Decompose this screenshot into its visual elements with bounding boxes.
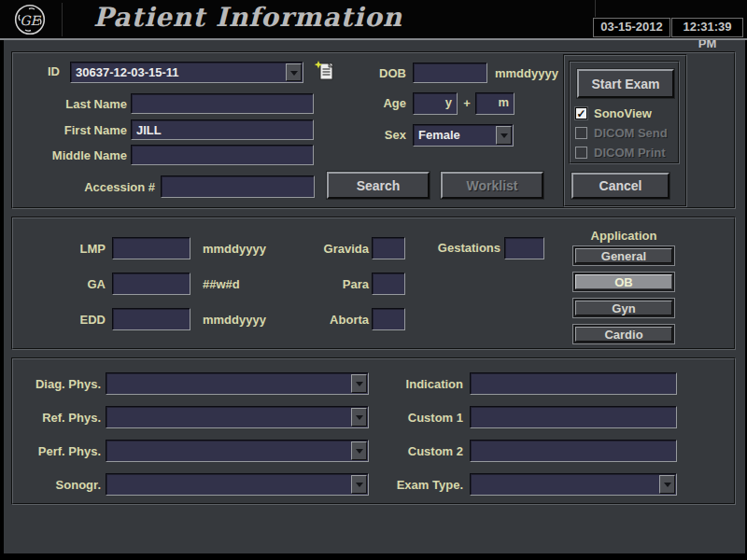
- age-years-field[interactable]: y: [413, 92, 458, 115]
- section-ob-data: LMP mmddyyyy GA ##w#d EDD mmddyyyy Gravi…: [11, 217, 736, 350]
- age-plus-sign: +: [461, 95, 472, 112]
- edd-label: EDD: [41, 312, 106, 329]
- worklist-button[interactable]: Worklist: [441, 172, 543, 199]
- dicom-send-checkbox-row: DICOM Send: [575, 126, 673, 141]
- perf-phys-label: Perf. Phys.: [19, 443, 101, 460]
- edd-input[interactable]: [112, 308, 190, 330]
- first-name-input[interactable]: [131, 119, 314, 140]
- chevron-down-icon[interactable]: [351, 408, 367, 427]
- sex-combobox[interactable]: Female: [413, 124, 514, 147]
- new-patient-icon[interactable]: [315, 60, 335, 81]
- patient-id-combobox[interactable]: 30637-12-03-15-11: [70, 62, 303, 83]
- titlebar-divider-right: [595, 0, 596, 17]
- accession-input[interactable]: [161, 175, 315, 198]
- exam-controls-panel: Start Exam ✓ SonoView DICOM Send DICOM P…: [563, 54, 687, 207]
- last-name-input[interactable]: [131, 93, 314, 114]
- sonogr-combobox[interactable]: [106, 473, 369, 496]
- dicom-print-checkbox-row: DICOM Print: [575, 146, 673, 161]
- cardio-button-label: Cardio: [575, 327, 672, 342]
- application-button-cardio[interactable]: Cardio: [572, 324, 675, 344]
- chevron-down-icon[interactable]: [286, 63, 302, 81]
- custom1-label: Custom 1: [383, 410, 463, 427]
- checkbox-unchecked-icon[interactable]: [575, 127, 587, 139]
- application-button-general[interactable]: General: [572, 245, 675, 266]
- age-years-unit: y: [445, 95, 452, 109]
- patient-information-screen: GE Patient Information 03-15-2012 12:31:…: [0, 0, 747, 560]
- svg-text:GE: GE: [20, 13, 41, 28]
- date-display: 03-15-2012: [593, 18, 670, 37]
- cancel-button[interactable]: Cancel: [571, 173, 669, 199]
- dob-label: DOB: [374, 65, 406, 82]
- gravida-label: Gravida: [299, 241, 369, 258]
- ga-input[interactable]: [112, 273, 190, 295]
- ga-format-hint: ##w#d: [203, 276, 240, 293]
- application-button-ob[interactable]: OB: [572, 272, 675, 292]
- sonogr-label: Sonogr.: [19, 477, 101, 494]
- time-display: 12:31:39 PM: [671, 18, 743, 37]
- application-label: Application: [572, 228, 675, 245]
- para-label: Para: [299, 276, 369, 293]
- ga-label: GA: [41, 276, 106, 293]
- titlebar-separator: [0, 38, 747, 40]
- dicom-send-label: DICOM Send: [594, 126, 668, 140]
- lmp-input[interactable]: [112, 237, 190, 259]
- middle-name-input[interactable]: [131, 145, 314, 165]
- age-label: Age: [374, 95, 406, 112]
- middle-name-label: Middle Name: [13, 147, 127, 164]
- chevron-down-icon[interactable]: [351, 441, 367, 460]
- id-label: ID: [17, 63, 60, 80]
- exam-options-box: Start Exam ✓ SonoView DICOM Send DICOM P…: [569, 61, 680, 164]
- page-title: Patient Information: [93, 2, 402, 33]
- age-months-unit: m: [498, 95, 509, 109]
- age-months-field[interactable]: m: [475, 92, 514, 115]
- ob-button-label: OB: [575, 274, 672, 289]
- start-exam-button[interactable]: Start Exam: [577, 69, 674, 98]
- gestations-label: Gestations: [430, 240, 500, 257]
- section-exam-info: Diag. Phys. Ref. Phys. Perf. Phys. Sonog…: [11, 357, 736, 505]
- titlebar: GE Patient Information 03-15-2012 12:31:…: [0, 0, 747, 38]
- chevron-down-icon[interactable]: [351, 475, 367, 494]
- aborta-label: Aborta: [299, 312, 369, 329]
- general-button-label: General: [575, 248, 672, 263]
- patient-id-value: 30637-12-03-15-11: [76, 65, 179, 79]
- dicom-print-label: DICOM Print: [594, 146, 666, 160]
- sonoview-label: SonoView: [594, 106, 652, 120]
- application-button-gyn[interactable]: Gyn: [572, 298, 675, 318]
- lmp-format-hint: mmddyyyy: [203, 241, 266, 258]
- indication-label: Indication: [383, 376, 463, 393]
- lmp-label: LMP: [41, 241, 106, 258]
- sonoview-checkbox-row: ✓ SonoView: [575, 106, 673, 121]
- first-name-label: First Name: [13, 122, 127, 139]
- chevron-down-icon[interactable]: [351, 374, 367, 393]
- indication-input[interactable]: [470, 372, 677, 395]
- aborta-input[interactable]: [372, 308, 405, 330]
- diag-phys-label: Diag. Phys.: [19, 376, 101, 393]
- perf-phys-combobox[interactable]: [106, 440, 369, 462]
- gestations-input[interactable]: [504, 237, 544, 259]
- ref-phys-combobox[interactable]: [106, 406, 369, 428]
- checkbox-unchecked-icon[interactable]: [575, 147, 587, 159]
- last-name-label: Last Name: [13, 96, 127, 113]
- accession-label: Accession #: [56, 179, 155, 196]
- ge-logo-icon: GE: [13, 3, 47, 36]
- exam-type-combobox[interactable]: [470, 473, 677, 496]
- dob-input[interactable]: [413, 63, 487, 83]
- ref-phys-label: Ref. Phys.: [19, 410, 101, 427]
- custom1-input[interactable]: [470, 406, 677, 428]
- custom2-label: Custom 2: [383, 443, 463, 460]
- para-input[interactable]: [372, 273, 405, 295]
- search-button[interactable]: Search: [327, 172, 430, 199]
- exam-type-label: Exam Type.: [383, 477, 463, 494]
- diag-phys-combobox[interactable]: [106, 372, 369, 395]
- sex-value: Female: [418, 128, 460, 142]
- dob-format-hint: mmddyyyy: [495, 65, 558, 82]
- checkbox-checked-icon[interactable]: ✓: [575, 107, 587, 119]
- custom2-input[interactable]: [470, 440, 677, 462]
- edd-format-hint: mmddyyyy: [203, 312, 266, 329]
- section-patient-identity: ID 30637-12-03-15-11 Last Name First Nam…: [11, 51, 736, 209]
- gravida-input[interactable]: [372, 237, 405, 259]
- gyn-button-label: Gyn: [575, 301, 672, 315]
- chevron-down-icon[interactable]: [659, 475, 675, 494]
- sex-label: Sex: [374, 127, 406, 144]
- chevron-down-icon[interactable]: [496, 126, 512, 145]
